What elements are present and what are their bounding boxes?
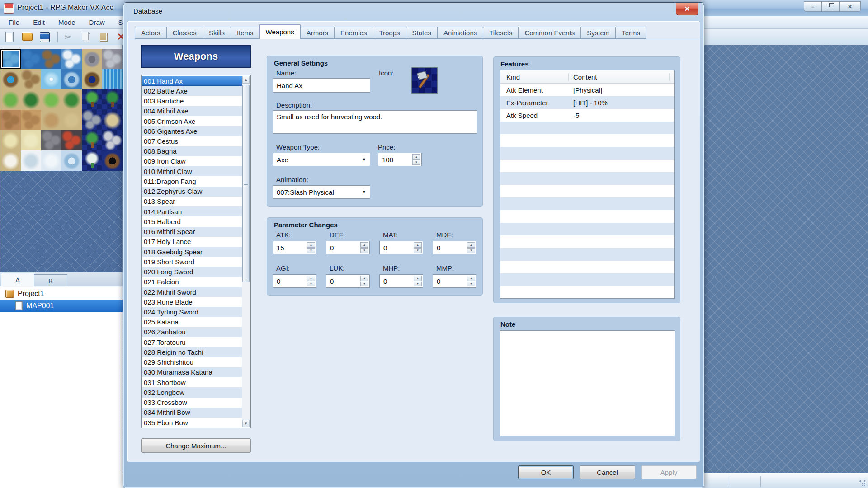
- tile-lava-rock[interactable]: [61, 130, 82, 150]
- tile-ice-swirl[interactable]: [61, 150, 82, 171]
- tile-tree[interactable]: [82, 89, 102, 110]
- ok-button[interactable]: OK: [518, 465, 574, 479]
- tab-weapons[interactable]: Weapons: [259, 24, 301, 39]
- new-file-icon[interactable]: [4, 31, 15, 43]
- weapon-list-item[interactable]: 019:Short Sword: [142, 257, 242, 267]
- change-maximum-button[interactable]: Change Maximum...: [141, 438, 251, 453]
- weapon-list-item[interactable]: 004:Mithril Axe: [142, 106, 242, 116]
- tile-grass-patch-2[interactable]: [41, 89, 61, 110]
- weapon-list-item[interactable]: 016:Mithril Spear: [142, 227, 242, 237]
- feature-row-empty[interactable]: [500, 147, 674, 160]
- weapon-list-item[interactable]: 005:Crimson Axe: [142, 116, 242, 126]
- spin-down-icon[interactable]: ▼: [414, 282, 422, 287]
- param-spinner-def[interactable]: 0▲▼: [326, 241, 370, 254]
- feature-row[interactable]: Atk Element[Physical]: [500, 84, 674, 96]
- tile-ice-rock[interactable]: [21, 150, 41, 171]
- menu-mode[interactable]: Mode: [52, 17, 82, 28]
- resize-grip[interactable]: [859, 480, 865, 486]
- weapon-list-item[interactable]: 010:Mithril Claw: [142, 166, 242, 176]
- scroll-up-icon[interactable]: ▲: [242, 76, 250, 84]
- weapon-list-item[interactable]: 021:Falcion: [142, 277, 242, 287]
- tab-actors[interactable]: Actors: [135, 27, 167, 39]
- weapon-list-item[interactable]: 008:Bagna: [142, 146, 242, 156]
- feature-row-empty[interactable]: [500, 160, 674, 172]
- layer-tab-a[interactable]: A: [1, 273, 34, 286]
- tab-enemies[interactable]: Enemies: [334, 27, 373, 39]
- weapon-list-item[interactable]: 035:Ebon Bow: [142, 418, 242, 427]
- spin-up-icon[interactable]: ▲: [467, 242, 475, 248]
- param-spinner-luk[interactable]: 0▲▼: [326, 274, 370, 288]
- weapon-list-item[interactable]: 032:Longbow: [142, 387, 242, 397]
- spin-up-icon[interactable]: ▲: [360, 242, 368, 248]
- tab-classes[interactable]: Classes: [166, 27, 203, 39]
- feature-row-empty[interactable]: [500, 185, 674, 197]
- dialog-close-button[interactable]: ✕: [676, 3, 698, 15]
- tile-log-pile[interactable]: [102, 130, 123, 150]
- tile-pine-tree[interactable]: [102, 89, 123, 110]
- feature-row-empty[interactable]: [500, 235, 674, 248]
- feature-row-empty[interactable]: [500, 122, 674, 134]
- tile-sand[interactable]: [61, 110, 82, 130]
- tile-rubble[interactable]: [41, 130, 61, 150]
- tile-water-pit[interactable]: [82, 69, 102, 89]
- param-spinner-mdf[interactable]: 0▲▼: [433, 241, 476, 254]
- spin-down-icon[interactable]: ▼: [467, 248, 475, 253]
- tile-deep-sea[interactable]: [21, 49, 41, 69]
- feature-row-empty[interactable]: [500, 261, 674, 273]
- paste-icon[interactable]: [98, 31, 109, 43]
- tab-terms[interactable]: Terms: [615, 27, 646, 39]
- menu-draw[interactable]: Draw: [82, 17, 112, 28]
- tile-pale-patch[interactable]: [0, 130, 21, 150]
- features-table[interactable]: Kind Content Atk Element[Physical]Ex-Par…: [500, 70, 675, 299]
- tile-snow-pine[interactable]: [82, 150, 102, 171]
- weapon-list-item[interactable]: 017:Holy Lance: [142, 237, 242, 247]
- tab-troops[interactable]: Troops: [373, 27, 406, 39]
- param-spinner-mhp[interactable]: 0▲▼: [379, 274, 423, 288]
- weapon-list-item[interactable]: 009:Iron Claw: [142, 156, 242, 166]
- weapon-list-item[interactable]: 030:Muramasa Katana: [142, 367, 242, 377]
- weapon-list-item[interactable]: 027:Toratouru: [142, 337, 242, 347]
- weapon-list-item[interactable]: 012:Zephyrus Claw: [142, 187, 242, 197]
- spin-down-icon[interactable]: ▼: [412, 160, 420, 165]
- weapon-type-select[interactable]: Axe ▼: [273, 153, 370, 166]
- tile-sea[interactable]: [0, 49, 21, 69]
- minimize-button[interactable]: –: [804, 1, 822, 12]
- tile-white-patch[interactable]: [0, 150, 21, 171]
- menu-edit[interactable]: Edit: [26, 17, 52, 28]
- menu-file[interactable]: File: [2, 17, 26, 28]
- weapon-list-item[interactable]: 026:Zanbatou: [142, 327, 242, 337]
- feature-row-empty[interactable]: [500, 286, 674, 299]
- weapon-list-item[interactable]: 022:Mithril Sword: [142, 287, 242, 297]
- feature-row-empty[interactable]: [500, 273, 674, 286]
- tile-cracked-dirt[interactable]: [21, 110, 41, 130]
- tile-waterfall[interactable]: [102, 69, 123, 89]
- restore-button[interactable]: [821, 1, 840, 12]
- save-icon[interactable]: [39, 31, 51, 43]
- layer-tab-b[interactable]: B: [34, 274, 67, 286]
- open-icon[interactable]: [21, 31, 33, 43]
- tree-row-project[interactable]: Project1: [0, 287, 123, 300]
- tile-island-cluster[interactable]: [41, 49, 61, 69]
- tile-shallow-sparkle[interactable]: [41, 69, 61, 89]
- weapon-icon-button[interactable]: [411, 67, 438, 94]
- feature-row-empty[interactable]: [500, 134, 674, 147]
- weapon-list-item[interactable]: 018:Gaebulg Spear: [142, 247, 242, 257]
- name-input[interactable]: [273, 78, 370, 93]
- param-spinner-mmp[interactable]: 0▲▼: [433, 274, 476, 288]
- feature-row[interactable]: Atk Speed-5: [500, 109, 674, 122]
- spin-down-icon[interactable]: ▼: [467, 282, 475, 287]
- tab-common-events[interactable]: Common Events: [518, 27, 581, 39]
- feature-row[interactable]: Ex-Parameter[HIT] - 10%: [500, 96, 674, 109]
- tile-gray-branches[interactable]: [102, 49, 123, 69]
- spin-up-icon[interactable]: ▲: [414, 242, 422, 248]
- spin-down-icon[interactable]: ▼: [360, 282, 368, 287]
- spin-up-icon[interactable]: ▲: [307, 242, 315, 248]
- weapon-list-item[interactable]: 029:Shichishitou: [142, 357, 242, 367]
- param-spinner-agi[interactable]: 0▲▼: [273, 274, 316, 288]
- spin-up-icon[interactable]: ▲: [467, 276, 475, 281]
- tile-pale-cloud[interactable]: [41, 150, 61, 171]
- feature-row-empty[interactable]: [500, 223, 674, 235]
- weapon-list-item[interactable]: 031:Shortbow: [142, 377, 242, 387]
- feature-row-empty[interactable]: [500, 210, 674, 223]
- weapon-list-item[interactable]: 024:Tyrfing Sword: [142, 307, 242, 317]
